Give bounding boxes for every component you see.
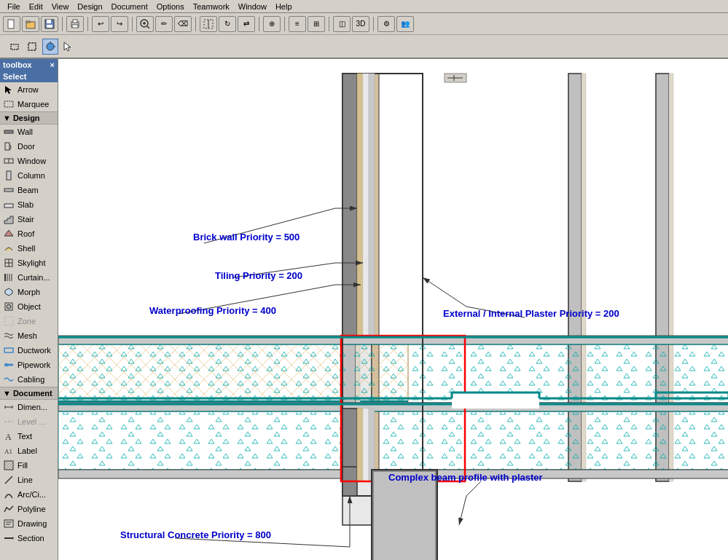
svg-marker-21 bbox=[64, 42, 71, 51]
tool-level[interactable]: Level ... bbox=[0, 414, 58, 429]
annotation-tiling: Tiling Priority = 200 bbox=[215, 270, 302, 281]
menu-design[interactable]: Design bbox=[73, 2, 106, 11]
tool-morph[interactable]: Morph bbox=[0, 285, 58, 299]
redo-button[interactable]: ↪ bbox=[111, 16, 128, 32]
tool-door[interactable]: Door bbox=[0, 139, 58, 154]
save-button[interactable] bbox=[41, 16, 58, 32]
undo-button[interactable]: ↩ bbox=[92, 16, 109, 32]
svg-rect-29 bbox=[4, 189, 13, 192]
tool-text-label: Text bbox=[17, 432, 32, 441]
window-icon bbox=[3, 155, 15, 167]
menu-file[interactable]: File bbox=[3, 2, 25, 11]
tool-slab[interactable]: Slab bbox=[0, 197, 58, 212]
menu-view[interactable]: View bbox=[47, 2, 74, 11]
tool-wall[interactable]: Wall bbox=[0, 125, 58, 139]
separator-3 bbox=[132, 17, 133, 31]
tool-marquee-label: Marquee bbox=[17, 100, 49, 109]
tool-roof-label: Roof bbox=[17, 229, 34, 238]
tool-zone-label: Zone bbox=[17, 317, 36, 326]
tool-polyline[interactable]: Polyline bbox=[0, 502, 58, 516]
polyline-icon bbox=[3, 503, 15, 515]
view-button[interactable]: ◫ bbox=[333, 16, 351, 32]
tool-fill[interactable]: Fill bbox=[0, 458, 58, 473]
separator-6 bbox=[284, 17, 285, 31]
svg-rect-43 bbox=[4, 348, 13, 352]
tool-column[interactable]: Column bbox=[0, 168, 58, 183]
3d-button[interactable]: 3D bbox=[352, 16, 369, 32]
eraser-button[interactable]: ⌫ bbox=[174, 16, 192, 32]
toolbox-title: toolbox bbox=[3, 60, 32, 69]
tool-marquee[interactable]: Marquee bbox=[0, 97, 58, 111]
select-tool-button[interactable] bbox=[200, 16, 217, 32]
layer-button[interactable]: ≡ bbox=[289, 16, 306, 32]
select-rect-icon[interactable] bbox=[7, 39, 23, 55]
tool-window[interactable]: Window bbox=[0, 154, 58, 168]
tool-arc[interactable]: Arc/Ci... bbox=[0, 487, 58, 502]
toolbar-row-1: ↩ ↪ ✏ ⌫ ↻ ⇄ ⊕ ≡ ⊞ ◫ 3D ⚙ 👥 bbox=[0, 13, 728, 35]
open-button[interactable] bbox=[22, 16, 39, 32]
menu-window[interactable]: Window bbox=[234, 2, 271, 11]
design-section-header: ▼ Design bbox=[0, 111, 58, 125]
tool-text[interactable]: A Text bbox=[0, 429, 58, 443]
tool-object[interactable]: Object bbox=[0, 299, 58, 314]
tool-arrow[interactable]: Arrow bbox=[0, 82, 58, 97]
svg-rect-25 bbox=[5, 143, 9, 150]
tool-dimension-label: Dimen... bbox=[17, 403, 47, 411]
tool-ductwork[interactable]: Ductwork bbox=[0, 343, 58, 358]
tool-dimension[interactable]: Dimen... bbox=[0, 400, 58, 414]
tool-curtain[interactable]: Curtain... bbox=[0, 270, 58, 285]
annotation-complex-beam: Complex beam profile with plaster bbox=[388, 472, 543, 483]
tool-label[interactable]: A1 Label bbox=[0, 443, 58, 458]
menu-edit[interactable]: Edit bbox=[25, 2, 47, 11]
tool-stair[interactable]: Stair bbox=[0, 212, 58, 226]
menu-help[interactable]: Help bbox=[271, 2, 297, 11]
new-button[interactable] bbox=[3, 16, 20, 32]
tool-section[interactable]: Section bbox=[0, 531, 58, 545]
tool-drawing[interactable]: Drawing bbox=[0, 516, 58, 531]
tool-beam[interactable]: Beam bbox=[0, 183, 58, 197]
svg-rect-6 bbox=[47, 25, 52, 28]
tool-shell[interactable]: Shell bbox=[0, 241, 58, 256]
settings-button[interactable]: ⚙ bbox=[377, 16, 395, 32]
rotate-button[interactable]: ↻ bbox=[219, 16, 236, 32]
pointer-icon[interactable] bbox=[60, 39, 76, 55]
magic-wand-icon[interactable] bbox=[42, 39, 58, 55]
morph-icon bbox=[3, 286, 15, 298]
print-button[interactable] bbox=[66, 16, 84, 32]
select-section-header: Select bbox=[0, 71, 58, 82]
tool-cabling[interactable]: Cabling bbox=[0, 372, 58, 387]
tool-roof[interactable]: Roof bbox=[0, 226, 58, 241]
tool-mesh[interactable]: Mesh bbox=[0, 328, 58, 343]
svg-point-18 bbox=[47, 43, 54, 50]
tool-skylight[interactable]: Skylight bbox=[0, 256, 58, 270]
tool-zone[interactable]: Zone bbox=[0, 314, 58, 328]
snap-button[interactable]: ⊕ bbox=[263, 16, 281, 32]
object-icon bbox=[3, 301, 15, 312]
menu-teamwork[interactable]: Teamwork bbox=[189, 2, 234, 11]
menu-document[interactable]: Document bbox=[107, 2, 152, 11]
document-section-header: ▼ Document bbox=[0, 387, 58, 400]
text-icon: A bbox=[3, 430, 15, 442]
tool-pipework[interactable]: Pipework bbox=[0, 358, 58, 372]
tool-shell-label: Shell bbox=[17, 244, 35, 253]
pipework-icon bbox=[3, 359, 15, 371]
annotation-external-internal: External / Internal Plaster Priority = 2… bbox=[443, 308, 619, 319]
tool-line[interactable]: Line bbox=[0, 473, 58, 487]
tool-beam-label: Beam bbox=[17, 186, 39, 194]
menu-options[interactable]: Options bbox=[152, 2, 189, 11]
door-icon bbox=[3, 141, 15, 152]
toolbox-close-btn[interactable]: × bbox=[50, 60, 55, 69]
zone-icon bbox=[3, 315, 15, 327]
select-box-icon[interactable] bbox=[25, 39, 41, 55]
separator-1 bbox=[62, 17, 63, 31]
grid-button[interactable]: ⊞ bbox=[308, 16, 325, 32]
tool-arc-label: Arc/Ci... bbox=[17, 490, 46, 499]
teamwork-button[interactable]: 👥 bbox=[396, 16, 414, 32]
mirror-button[interactable]: ⇄ bbox=[238, 16, 255, 32]
zoom-in-button[interactable] bbox=[136, 16, 154, 32]
toolbar-area: ↩ ↪ ✏ ⌫ ↻ ⇄ ⊕ ≡ ⊞ ◫ 3D ⚙ 👥 bbox=[0, 13, 728, 59]
pencil-button[interactable]: ✏ bbox=[155, 16, 173, 32]
tool-level-label: Level ... bbox=[17, 417, 46, 426]
svg-marker-22 bbox=[5, 86, 12, 94]
tool-column-label: Column bbox=[17, 171, 45, 180]
